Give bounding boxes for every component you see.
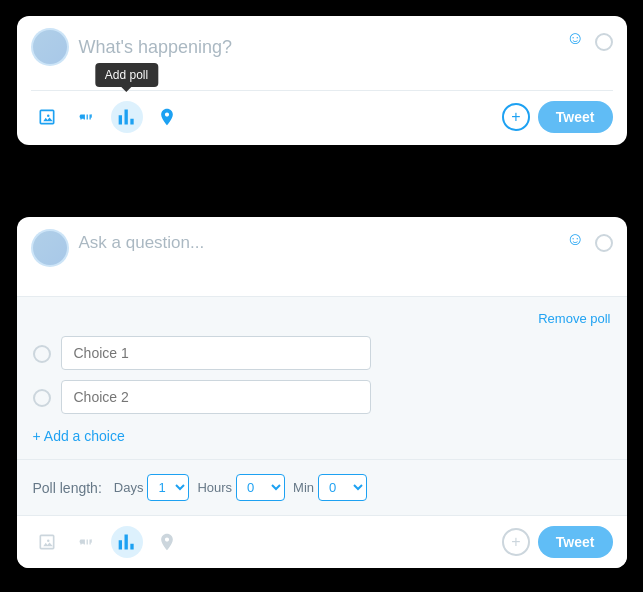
image-icon-bottom — [37, 532, 57, 552]
tweet-button-bottom[interactable]: Tweet — [538, 526, 613, 558]
plus-button[interactable]: + — [502, 103, 530, 131]
question-area: Ask a question... ☺ — [79, 229, 585, 257]
hours-label: Hours — [197, 480, 232, 495]
min-select[interactable]: 0510152030 — [318, 474, 367, 501]
min-select-wrap: Min 0510152030 — [293, 474, 367, 501]
question-input[interactable]: Ask a question... — [79, 229, 585, 257]
image-icon — [37, 107, 57, 127]
gif-icon-bottom — [77, 532, 97, 552]
poll-length-label: Poll length: — [33, 480, 102, 496]
bottom-panel: Ask a question... ☺ Remove poll + Add a … — [17, 217, 627, 568]
poll-length-section: Poll length: Days 1234567 Hours 0123612 … — [17, 460, 627, 516]
gif-icon-button[interactable] — [71, 101, 103, 133]
compose-section: Ask a question... ☺ — [17, 217, 627, 297]
gif-icon-button-bottom[interactable] — [71, 526, 103, 558]
radio-circle-bottom — [595, 234, 613, 252]
gif-icon — [77, 107, 97, 127]
emoji-button-bottom[interactable]: ☺ — [566, 229, 584, 250]
days-label: Days — [114, 480, 144, 495]
radio-circle-top — [595, 33, 613, 51]
location-icon-button-bottom[interactable] — [151, 526, 183, 558]
top-toolbar: Add poll + Tweet — [31, 90, 613, 133]
add-choice-button[interactable]: + Add a choice — [33, 428, 125, 444]
image-icon-button-bottom[interactable] — [31, 526, 63, 558]
image-icon-button[interactable] — [31, 101, 63, 133]
choice-row-1 — [33, 336, 611, 370]
poll-icon-button-bottom[interactable] — [111, 526, 143, 558]
plus-button-bottom[interactable]: + — [502, 528, 530, 556]
divider — [0, 145, 643, 201]
choice-1-input[interactable] — [61, 336, 371, 370]
choice-row-2 — [33, 380, 611, 414]
avatar — [31, 28, 69, 66]
tweet-button-top[interactable]: Tweet — [538, 101, 613, 133]
days-select-wrap: Days 1234567 — [114, 474, 190, 501]
hours-select[interactable]: 0123612 — [236, 474, 285, 501]
remove-poll-button[interactable]: Remove poll — [33, 311, 611, 326]
location-icon — [157, 107, 177, 127]
radio-choice-2 — [33, 389, 51, 407]
poll-select-group: Days 1234567 Hours 0123612 Min 051015203… — [114, 474, 367, 501]
poll-choices-section: Remove poll + Add a choice — [17, 297, 627, 460]
emoji-button-top[interactable]: ☺ — [566, 28, 584, 49]
tweet-input[interactable]: What's happening? — [79, 28, 585, 78]
compose-area: What's happening? ☺ — [31, 28, 613, 86]
poll-icon — [117, 107, 137, 127]
poll-icon-button[interactable] — [111, 101, 143, 133]
bottom-toolbar: + Tweet — [17, 516, 627, 568]
poll-icon-bottom — [117, 532, 137, 552]
min-label: Min — [293, 480, 314, 495]
location-icon-button[interactable] — [151, 101, 183, 133]
choice-2-input[interactable] — [61, 380, 371, 414]
avatar-bottom — [31, 229, 69, 267]
days-select[interactable]: 1234567 — [147, 474, 189, 501]
location-icon-bottom — [157, 532, 177, 552]
hours-select-wrap: Hours 0123612 — [197, 474, 285, 501]
poll-icon-container: Add poll — [111, 101, 143, 133]
tweet-input-wrapper: What's happening? ☺ — [79, 28, 585, 78]
radio-choice-1 — [33, 345, 51, 363]
top-panel: What's happening? ☺ Add poll — [17, 16, 627, 145]
